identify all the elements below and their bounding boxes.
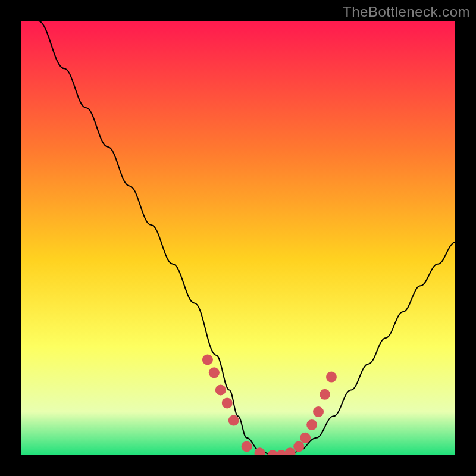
marker-dot <box>209 367 220 378</box>
marker-dot <box>222 397 233 408</box>
chart-frame: TheBottleneck.com <box>0 0 476 476</box>
marker-dot <box>215 385 226 396</box>
marker-dot <box>300 433 311 443</box>
marker-dot <box>202 354 213 365</box>
marker-dot <box>242 441 252 452</box>
marker-dot <box>306 419 317 430</box>
marker-dot <box>285 447 296 455</box>
marker-dot <box>313 406 324 417</box>
plot-area <box>21 21 455 455</box>
marker-dot <box>320 389 330 400</box>
marker-dot <box>326 372 337 383</box>
marker-layer <box>21 21 455 455</box>
marker-dot <box>228 415 239 426</box>
highlighted-points <box>202 354 337 455</box>
marker-dot <box>255 447 265 455</box>
watermark-text: TheBottleneck.com <box>343 4 470 20</box>
marker-dot <box>293 441 304 452</box>
